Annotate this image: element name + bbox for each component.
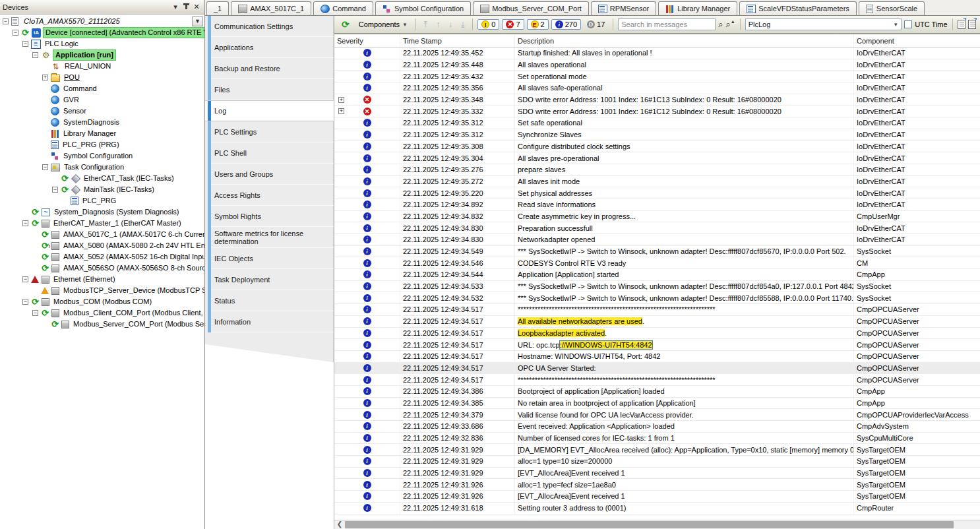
tab-communication-settings[interactable]: Communication Settings [205, 16, 334, 37]
tab-plc-shell[interactable]: PLC Shell [205, 142, 334, 164]
tree-item[interactable]: SystemDiagnosis [0, 117, 204, 128]
search-options-icon[interactable]: ⌕▲ [726, 19, 735, 30]
tree-item[interactable]: ⇅REAL_UNION [0, 61, 204, 72]
tree-item[interactable]: −⟳iADevice [connected] (Advantech Contro… [0, 27, 204, 38]
column-header[interactable]: Time Stamp [400, 34, 515, 47]
log-row[interactable]: i22.11.2025 12:49:35.452Startup finished… [334, 47, 980, 59]
log-row[interactable]: i22.11.2025 12:49:34.544Application [App… [334, 269, 980, 281]
tree-item[interactable]: PLC_PRG (PRG) [0, 139, 204, 150]
project-combo-dropdown-icon[interactable]: ▼ [192, 16, 203, 26]
log-row[interactable]: i22.11.2025 12:49:34.533*** SysSocketlwI… [334, 281, 980, 293]
import-log-icon[interactable] [968, 20, 976, 29]
log-row[interactable]: i22.11.2025 12:49:34.549*** SysSocketlwI… [334, 246, 980, 258]
tree-item[interactable]: PLC_PRG [0, 195, 204, 206]
tree-item[interactable]: ⟳AMAX_5017C_1 (AMAX-5017C 6-ch Current I [0, 229, 204, 240]
log-row[interactable]: i22.11.2025 12:49:34.892Read slave infor… [334, 199, 980, 211]
log-row[interactable]: i22.11.2025 12:49:35.312Set safe operati… [334, 117, 980, 129]
warning-filter-button[interactable]: !0 [477, 19, 499, 30]
tree-expander-icon[interactable]: − [42, 164, 48, 170]
tab-information[interactable]: Information [205, 311, 334, 332]
log-row[interactable]: i22.11.2025 12:49:31.929[EVT_AllocArea]E… [334, 468, 980, 480]
tree-expander-icon[interactable]: − [22, 299, 28, 305]
log-row[interactable]: i22.11.2025 12:49:35.304All slaves pre-o… [334, 152, 980, 164]
log-row[interactable]: i22.11.2025 12:49:34.379Valid license fo… [334, 409, 980, 421]
log-row[interactable]: i22.11.2025 12:49:32.836Number of licens… [334, 433, 980, 445]
row-expand-icon[interactable]: + [338, 97, 344, 103]
tab-symbol-rights[interactable]: Symbol Rights [205, 206, 334, 227]
tree-item[interactable]: ⟳AMAX_5052 (AMAX-5052 16-ch Digital Inpu… [0, 251, 204, 263]
export-log-icon[interactable] [958, 20, 965, 29]
tree-item[interactable]: −CIoTA_AMAX5570_21112025▼ [0, 16, 204, 27]
tab-task-deployment[interactable]: Task Deployment [205, 269, 334, 290]
column-header[interactable]: Component [854, 34, 980, 47]
tree-item[interactable]: ⟳AMAX_5056SO (AMAX-5056SO 8-ch Source T [0, 263, 204, 274]
information-filter-button[interactable]: i270 [551, 19, 581, 30]
scrollbar-thumb[interactable] [345, 521, 954, 528]
log-row[interactable]: i22.11.2025 12:49:34.832Create asymmetri… [334, 211, 980, 223]
log-row[interactable]: i22.11.2025 12:49:34.517****************… [334, 374, 980, 386]
log-row[interactable]: i22.11.2025 12:49:34.517OPC UA Server St… [334, 363, 980, 375]
tree-item[interactable]: −⟳EtherCAT_Master_1 (EtherCAT Master) [0, 218, 204, 229]
tree-item[interactable]: ⟳EtherCAT_Task (IEC-Tasks) [0, 173, 204, 184]
tree-expander-icon[interactable]: − [32, 310, 38, 316]
previous-message-button[interactable]: ↑ [433, 20, 443, 29]
log-row[interactable]: i22.11.2025 12:49:33.686Event received: … [334, 421, 980, 433]
document-tab[interactable]: Command [313, 1, 373, 15]
next-message-button[interactable]: ↓ [446, 20, 456, 29]
tree-item[interactable]: ModbusTCP_Server_Device (ModbusTCP Serv [0, 285, 204, 296]
tab-log[interactable]: Log [205, 100, 334, 121]
column-header[interactable]: Description [515, 34, 854, 47]
debug-filter-button[interactable]: D17 [584, 20, 608, 29]
tree-item[interactable]: −⟳Modbus_Client_COM_Port (Modbus Client,… [0, 307, 204, 319]
search-input[interactable] [618, 18, 716, 30]
document-tab[interactable]: SensorScale [859, 1, 925, 15]
log-row[interactable]: i22.11.2025 12:49:35.276prepare slavesIo… [334, 164, 980, 176]
tree-expander-icon[interactable]: − [32, 52, 38, 58]
tab-files[interactable]: Files [205, 79, 334, 100]
tree-item[interactable]: GVR [0, 94, 204, 106]
tree-item[interactable]: Command [0, 83, 204, 94]
log-row[interactable]: i22.11.2025 12:49:31.929alloc=1 type=10 … [334, 456, 980, 468]
tree-item[interactable]: −⚙Application [run] [0, 49, 204, 61]
document-tab[interactable]: _1 [206, 1, 229, 15]
dropdown-icon[interactable]: ▾ [170, 2, 181, 12]
log-row[interactable]: i22.11.2025 12:49:35.272All slaves init … [334, 176, 980, 188]
tab-iec-objects[interactable]: IEC Objects [205, 248, 334, 269]
row-expand-icon[interactable]: + [338, 108, 344, 114]
refresh-button[interactable]: ⟳ [338, 17, 353, 32]
tree-item[interactable]: ⟳AMAX_5080 (AMAX-5080 2-ch 24V HTL Encod [0, 240, 204, 251]
log-row[interactable]: i22.11.2025 12:49:35.448All slaves opera… [334, 59, 980, 71]
utc-time-checkbox[interactable] [904, 20, 912, 28]
log-row[interactable]: i22.11.2025 12:49:34.517Hostname: WINDOW… [334, 351, 980, 363]
tree-item[interactable]: −PLC Logic [0, 38, 204, 49]
log-row[interactable]: i22.11.2025 12:49:31.618Setting router 3… [334, 503, 980, 514]
tree-item[interactable]: −⟳MainTask (IEC-Tasks) [0, 184, 204, 195]
log-row[interactable]: i22.11.2025 12:49:34.517All available ne… [334, 316, 980, 328]
tree-item[interactable]: ⟳System_Diagnosis (System Diagnosis) [0, 206, 204, 218]
tab-backup-and-restore[interactable]: Backup and Restore [205, 58, 334, 79]
log-row[interactable]: i22.11.2025 12:49:31.929[DA_MEMORY] EVT_… [334, 444, 980, 456]
log-row[interactable]: i22.11.2025 12:49:34.532*** SysSocketlwI… [334, 292, 980, 304]
log-row[interactable]: i22.11.2025 12:49:34.830Networkadapter o… [334, 234, 980, 246]
log-row[interactable]: i22.11.2025 12:49:34.517****************… [334, 304, 980, 316]
tree-expander-icon[interactable]: − [3, 18, 9, 24]
log-row[interactable]: i22.11.2025 12:49:35.308Configure distri… [334, 141, 980, 153]
logger-select[interactable]: PlcLog ▼ [745, 18, 902, 30]
tab-software-metrics-for-license-determination[interactable]: Software metrics for license determinati… [205, 227, 334, 248]
tab-applications[interactable]: Applications [205, 37, 334, 58]
document-tab[interactable]: Library Manager [658, 1, 737, 15]
log-row[interactable]: i22.11.2025 12:49:34.830Preparation succ… [334, 222, 980, 234]
log-row[interactable]: i22.11.2025 12:49:35.356All slaves safe-… [334, 82, 980, 94]
tree-item[interactable]: +POU [0, 72, 204, 83]
scroll-left-icon[interactable]: ❮ [334, 520, 345, 529]
tree-expander-icon[interactable]: − [22, 276, 28, 282]
log-row[interactable]: i22.11.2025 12:49:34.386Bootproject of a… [334, 386, 980, 398]
search-icon[interactable]: ⌕ [718, 19, 723, 30]
tree-item[interactable]: Sensor [0, 106, 204, 117]
exception-filter-button[interactable]: E2 [527, 19, 549, 30]
horizontal-scrollbar[interactable]: ❮ [334, 520, 980, 529]
document-tab[interactable]: Symbol Configuration [375, 1, 471, 15]
tree-item[interactable]: Library Manager [0, 128, 204, 139]
tree-expander-icon[interactable]: − [52, 187, 58, 193]
tree-item[interactable]: ⟳Modbus_Server_COM_Port (Modbus Serv [0, 319, 204, 330]
